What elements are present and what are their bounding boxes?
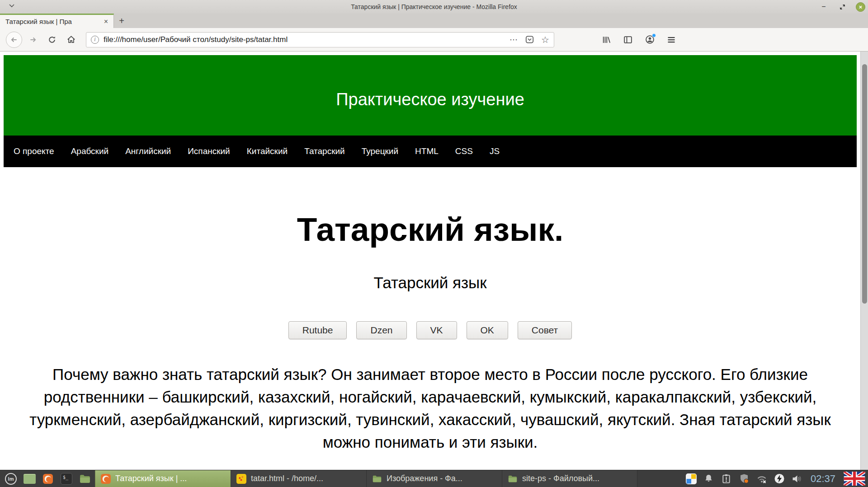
- new-tab-button[interactable]: +: [114, 14, 129, 28]
- browser-tab[interactable]: Татарский язык | Пра ×: [0, 14, 114, 28]
- maximize-button[interactable]: [837, 2, 847, 12]
- scrollbar[interactable]: [860, 52, 868, 470]
- account-button[interactable]: [642, 32, 657, 47]
- forward-button[interactable]: [25, 32, 41, 48]
- close-button[interactable]: ×: [856, 2, 865, 12]
- reports-icon: [686, 473, 697, 484]
- folder-icon: [79, 473, 91, 485]
- nav-link-english[interactable]: Английский: [125, 146, 171, 156]
- update-manager-tray-button[interactable]: [739, 473, 750, 484]
- nav-link-css[interactable]: CSS: [455, 146, 473, 156]
- terminal-icon: $_: [61, 473, 72, 485]
- clock[interactable]: 02:37: [811, 473, 835, 485]
- taskbar-window-label: tatar.html - /home/...: [251, 474, 323, 483]
- page-actions-icon[interactable]: ⋯: [509, 35, 518, 45]
- taskbar-window-firefox[interactable]: Татарский язык | ...: [95, 470, 231, 487]
- taskbar-launchers: lm $_: [2, 473, 95, 485]
- firefox-launcher[interactable]: [42, 473, 54, 485]
- wifi-disconnected-icon: [756, 473, 767, 484]
- speaker-icon: [792, 473, 802, 485]
- power-icon: [774, 473, 785, 484]
- home-button[interactable]: [63, 32, 79, 48]
- nav-link-tatar[interactable]: Татарский: [304, 146, 345, 156]
- taskbar-window-label: site-ps - Файловый...: [522, 474, 599, 483]
- library-icon: [602, 35, 611, 44]
- bell-icon: [703, 473, 714, 484]
- vk-button[interactable]: VK: [416, 321, 457, 339]
- maximize-icon: [839, 4, 846, 10]
- dzen-button[interactable]: Dzen: [356, 321, 406, 339]
- home-icon: [67, 35, 75, 44]
- tab-title-fade: [84, 16, 99, 28]
- sidebar-icon: [623, 35, 632, 44]
- window-titlebar: Татарский язык | Практическое изучение -…: [0, 0, 868, 14]
- intro-paragraph: Почему важно знать татарский язык? Он за…: [14, 363, 847, 454]
- nav-link-arabic[interactable]: Арабский: [71, 146, 109, 156]
- social-buttons-row: Rutube Dzen VK OK Совет: [4, 321, 857, 339]
- text-editor-icon: [236, 474, 246, 484]
- sovet-button[interactable]: Совет: [518, 321, 572, 339]
- account-notification-dot: [652, 33, 656, 37]
- toolbar-right: [599, 32, 679, 47]
- scrollbar-thumb[interactable]: [862, 64, 867, 304]
- mintreport-tray-button[interactable]: [686, 473, 697, 484]
- taskbar: lm $_ Татарский язык | ... tatar.htm: [0, 470, 868, 487]
- taskbar-window-images[interactable]: Изображения - Фа...: [366, 470, 502, 487]
- bookmark-star-icon[interactable]: ☆: [541, 34, 549, 45]
- site-info-icon[interactable]: i: [91, 36, 99, 44]
- nav-link-turkish[interactable]: Турецкий: [362, 146, 398, 156]
- web-page: Практическое изучение О проекте Арабский…: [4, 55, 857, 454]
- system-tray: 02:37: [681, 472, 866, 486]
- pocket-icon[interactable]: [525, 35, 534, 44]
- desktop: Татарский язык | Практическое изучение -…: [0, 0, 868, 487]
- clipboard-tray-button[interactable]: [721, 473, 732, 484]
- page-title: Татарский язык.: [4, 210, 857, 248]
- window-controls: − ×: [819, 0, 865, 14]
- show-desktop-button[interactable]: [23, 473, 36, 485]
- url-text[interactable]: file:///home/user/Рабочий стол/study/sit…: [104, 35, 506, 44]
- keyboard-layout-flag-icon[interactable]: [844, 472, 865, 486]
- taskbar-window-editor[interactable]: tatar.html - /home/...: [231, 470, 366, 487]
- show-desktop-icon: [24, 474, 36, 484]
- menu-button[interactable]: [664, 32, 679, 47]
- reload-button[interactable]: [44, 32, 60, 48]
- site-nav: О проекте Арабский Английский Испанский …: [4, 136, 857, 167]
- shield-icon: [739, 473, 750, 484]
- minimize-button[interactable]: −: [819, 2, 829, 12]
- tab-close-icon[interactable]: ×: [102, 18, 110, 26]
- nav-link-about[interactable]: О проекте: [14, 146, 54, 156]
- back-button[interactable]: [6, 32, 22, 48]
- power-tray-button[interactable]: [774, 473, 785, 484]
- terminal-launcher[interactable]: $_: [60, 473, 73, 485]
- address-bar[interactable]: i file:///home/user/Рабочий стол/study/s…: [86, 32, 554, 47]
- ok-button[interactable]: OK: [467, 321, 508, 339]
- chevron-down-icon[interactable]: [9, 4, 14, 8]
- urlbar-actions: ⋯ ☆: [509, 34, 549, 45]
- clipboard-alert-icon: [721, 473, 731, 484]
- page-viewport: Практическое изучение О проекте Арабский…: [0, 52, 868, 470]
- nav-link-spanish[interactable]: Испанский: [188, 146, 230, 156]
- sidebar-button[interactable]: [620, 32, 636, 47]
- window-title: Татарский язык | Практическое изучение -…: [0, 3, 868, 10]
- network-tray-button[interactable]: [756, 473, 767, 484]
- volume-tray-button[interactable]: [792, 473, 802, 484]
- library-button[interactable]: [599, 32, 614, 47]
- folder-icon: [372, 474, 382, 484]
- taskbar-window-label: Изображения - Фа...: [387, 474, 462, 483]
- taskbar-window-siteps[interactable]: site-ps - Файловый...: [502, 470, 637, 487]
- page-subtitle: Татарский язык: [4, 273, 857, 292]
- reload-icon: [48, 36, 56, 44]
- nav-link-html[interactable]: HTML: [415, 146, 439, 156]
- hamburger-icon: [667, 35, 676, 44]
- nav-link-chinese[interactable]: Китайский: [247, 146, 288, 156]
- page-header-banner: Практическое изучение: [4, 55, 857, 136]
- mint-logo-icon: lm: [5, 473, 17, 485]
- nav-link-js[interactable]: JS: [490, 146, 500, 156]
- site-title: Практическое изучение: [336, 90, 524, 109]
- mint-menu-button[interactable]: lm: [5, 473, 17, 485]
- back-icon: [10, 36, 18, 44]
- files-launcher[interactable]: [79, 473, 91, 485]
- firefox-icon: [43, 474, 53, 484]
- rutube-button[interactable]: Rutube: [288, 321, 347, 339]
- notifications-tray-button[interactable]: [703, 473, 714, 484]
